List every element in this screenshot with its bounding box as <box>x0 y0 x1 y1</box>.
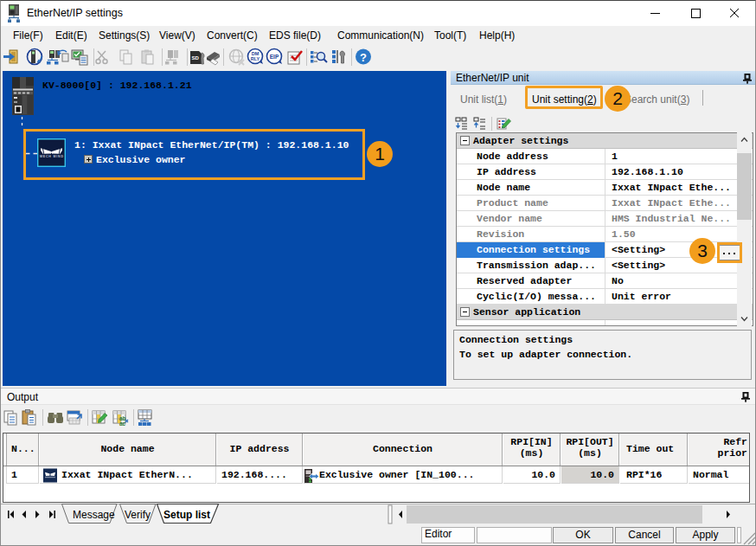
svg-text:ac: ac <box>119 421 126 427</box>
svg-text:RLY: RLY <box>251 56 260 61</box>
svg-text:MECH MIND: MECH MIND <box>40 155 63 158</box>
svg-text:Setup list: Setup list <box>163 509 210 521</box>
svg-text:?: ? <box>360 51 367 64</box>
svg-text:SD: SD <box>192 55 200 61</box>
svg-text:Verify: Verify <box>125 509 151 521</box>
svg-text:Message: Message <box>73 509 115 521</box>
svg-text:EIP: EIP <box>270 54 279 60</box>
